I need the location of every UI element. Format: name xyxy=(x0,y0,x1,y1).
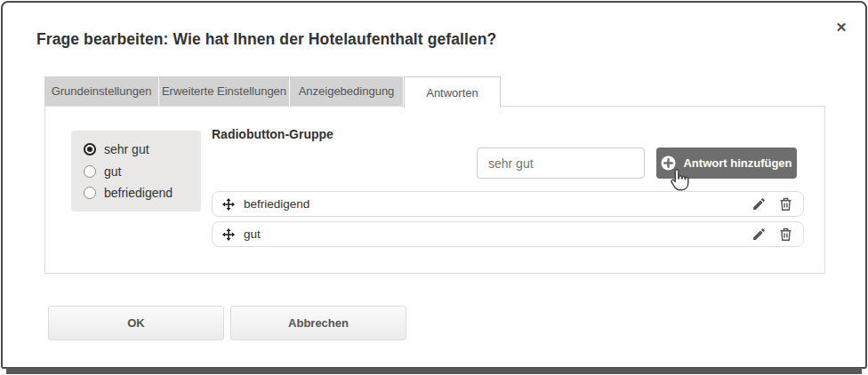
radio-unselected-icon[interactable] xyxy=(84,187,96,199)
radio-unselected-icon[interactable] xyxy=(84,165,96,178)
add-answer-label: Antwort hinzufügen xyxy=(683,156,792,170)
screenshot-stage: Frage bearbeiten: Wie hat Ihnen der Hote… xyxy=(0,0,868,375)
new-answer-input[interactable] xyxy=(477,148,645,179)
answer-label: gut xyxy=(244,227,751,241)
edit-pencil-icon[interactable] xyxy=(751,227,767,242)
trash-icon[interactable] xyxy=(778,196,793,211)
answer-row: befriedigend xyxy=(212,191,804,217)
tab-antworten[interactable]: Antworten xyxy=(404,76,501,108)
drag-move-icon[interactable] xyxy=(222,198,235,211)
radio-option-label: befriedigend xyxy=(104,186,173,200)
tab-anzeigebedingung[interactable]: Anzeigebedingung xyxy=(290,76,403,106)
trash-icon[interactable] xyxy=(778,227,793,242)
radio-selected-icon[interactable] xyxy=(84,143,96,156)
radio-option-label: sehr gut xyxy=(104,142,149,156)
add-answer-button[interactable]: Antwort hinzufügen xyxy=(656,148,797,179)
tab-grundeinstellungen[interactable]: Grundeinstellungen xyxy=(44,76,158,106)
edit-question-dialog: Frage bearbeiten: Wie hat Ihnen der Hote… xyxy=(1,1,867,369)
radio-option[interactable]: befriedigend xyxy=(84,186,189,200)
radio-group-preview: sehr gut gut befriedigend xyxy=(71,131,201,211)
radio-option[interactable]: gut xyxy=(84,164,189,179)
question-type-label: Radiobutton-Gruppe xyxy=(212,127,334,141)
ok-button[interactable]: OK xyxy=(48,306,224,340)
cancel-button[interactable]: Abbrechen xyxy=(230,306,406,340)
plus-circle-icon xyxy=(661,156,676,171)
drag-move-icon[interactable] xyxy=(222,228,235,241)
close-icon[interactable]: ✕ xyxy=(832,18,851,37)
page-backdrop-bar xyxy=(6,368,862,374)
dialog-title: Frage bearbeiten: Wie hat Ihnen der Hote… xyxy=(36,30,496,49)
answer-label: befriedigend xyxy=(244,197,751,211)
edit-pencil-icon[interactable] xyxy=(751,196,767,211)
radio-option[interactable]: sehr gut xyxy=(84,142,189,156)
radio-option-label: gut xyxy=(104,164,121,179)
answer-row: gut xyxy=(212,221,804,247)
tab-erweiterte-einstellungen[interactable]: Erweiterte Einstellungen xyxy=(159,76,289,106)
answers-tab-panel: sehr gut gut befriedigend Radiobutton-Gr… xyxy=(44,106,825,274)
tab-bar: Grundeinstellungen Erweiterte Einstellun… xyxy=(44,76,501,106)
